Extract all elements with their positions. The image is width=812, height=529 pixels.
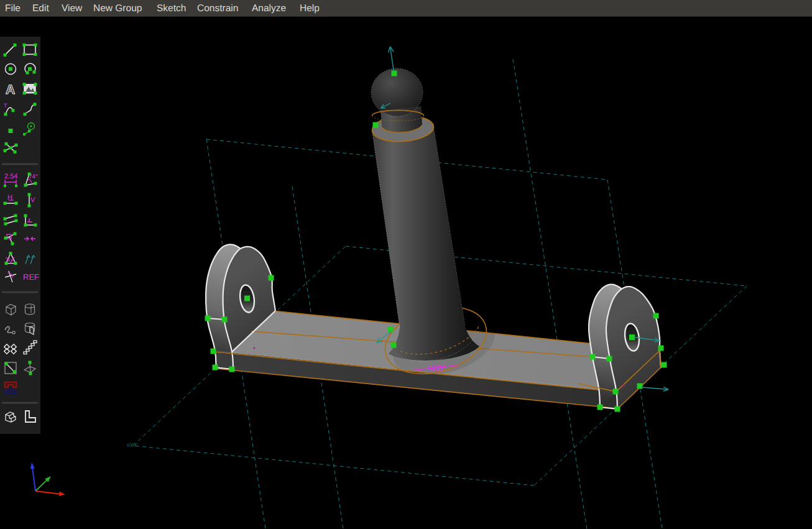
svg-text:A: A bbox=[6, 83, 15, 97]
svg-text:#XY: #XY bbox=[127, 442, 137, 448]
svg-text:V: V bbox=[30, 196, 35, 204]
svg-text:REF: REF bbox=[23, 272, 39, 282]
svg-text:T: T bbox=[4, 103, 7, 109]
svg-text:2.54: 2.54 bbox=[4, 173, 17, 180]
svg-text:180°: 180° bbox=[427, 364, 446, 374]
